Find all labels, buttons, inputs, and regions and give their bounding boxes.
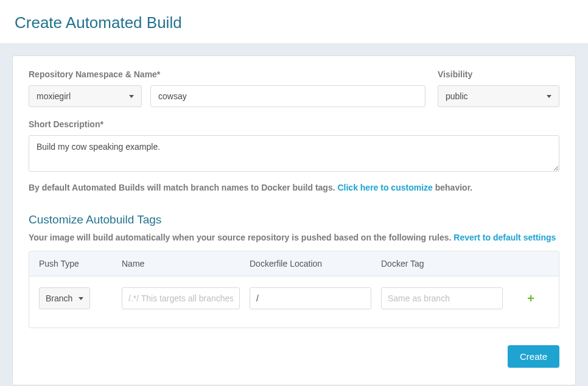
push-type-select[interactable]: Branch bbox=[39, 287, 90, 309]
form-panel: Repository Namespace & Name* moxiegirl V… bbox=[12, 55, 576, 385]
default-help-line: By default Automated Builds will match b… bbox=[29, 183, 559, 192]
namespace-select[interactable]: moxiegirl bbox=[29, 85, 142, 107]
page-title: Create Automated Build bbox=[0, 0, 588, 43]
col-dockerfile: Dockerfile Location bbox=[250, 259, 371, 268]
default-help-suffix: behavior. bbox=[433, 183, 472, 192]
add-rule-button[interactable]: + bbox=[513, 292, 549, 306]
rules-table-header: Push Type Name Dockerfile Location Docke… bbox=[29, 251, 559, 276]
repo-label: Repository Namespace & Name* bbox=[29, 69, 425, 79]
dockerfile-location-input[interactable] bbox=[250, 287, 371, 309]
rules-table: Push Type Name Dockerfile Location Docke… bbox=[29, 251, 559, 328]
col-name: Name bbox=[122, 259, 240, 268]
content-band: Repository Namespace & Name* moxiegirl V… bbox=[0, 43, 588, 386]
chevron-down-icon bbox=[547, 95, 551, 98]
create-button[interactable]: Create bbox=[508, 345, 559, 368]
namespace-selected-text: moxiegirl bbox=[37, 91, 71, 101]
chevron-down-icon bbox=[79, 297, 83, 300]
visibility-selected-text: public bbox=[446, 91, 468, 101]
customize-link[interactable]: Click here to customize bbox=[337, 183, 432, 192]
revert-link[interactable]: Revert to default settings bbox=[453, 233, 556, 242]
docker-tag-input[interactable] bbox=[381, 287, 503, 309]
default-help-prefix: By default Automated Builds will match b… bbox=[29, 183, 337, 192]
visibility-label: Visibility bbox=[438, 69, 559, 79]
customize-intro-prefix: Your image will build automatically when… bbox=[29, 233, 453, 242]
plus-icon: + bbox=[527, 292, 534, 305]
short-desc-input[interactable] bbox=[29, 135, 559, 172]
col-push-type: Push Type bbox=[39, 259, 112, 268]
short-desc-label: Short Description* bbox=[29, 119, 559, 129]
customize-intro: Your image will build automatically when… bbox=[29, 233, 559, 242]
table-row: Branch + bbox=[29, 287, 559, 309]
chevron-down-icon bbox=[129, 95, 134, 98]
rule-name-input[interactable] bbox=[122, 287, 240, 309]
repo-name-input[interactable] bbox=[150, 85, 425, 107]
push-type-selected-text: Branch bbox=[46, 293, 72, 303]
col-tag: Docker Tag bbox=[381, 259, 503, 268]
customize-heading: Customize Autobuild Tags bbox=[29, 213, 559, 226]
visibility-select[interactable]: public bbox=[438, 85, 559, 107]
